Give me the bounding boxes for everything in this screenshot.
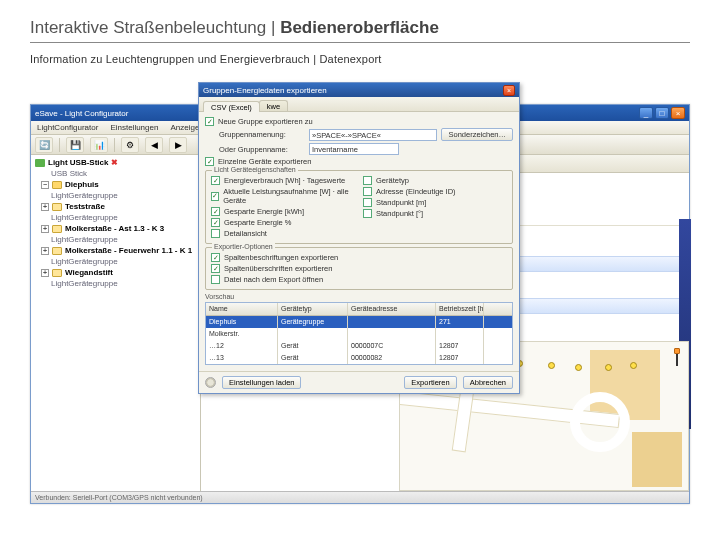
tree-label: Molkerstaße - Ast 1.3 - K 3 bbox=[65, 224, 164, 233]
dialog-titlebar[interactable]: Gruppen-Energiedaten exportieren × bbox=[199, 83, 519, 97]
status-bar: Verbunden: Seriell-Port (COM3/GPS nicht … bbox=[31, 491, 689, 503]
slide-title-bold: Bedieneroberfläche bbox=[280, 18, 439, 37]
expand-icon[interactable]: + bbox=[41, 269, 49, 277]
tree-group-type: LightGerätegruppe bbox=[35, 256, 196, 267]
export-button[interactable]: Exportieren bbox=[404, 376, 456, 389]
folder-icon bbox=[52, 225, 62, 233]
field-label: Gruppennamenung: bbox=[219, 130, 305, 139]
toolbar-separator bbox=[114, 138, 115, 152]
expand-icon[interactable]: + bbox=[41, 247, 49, 255]
checkbox[interactable] bbox=[211, 207, 220, 216]
checkbox[interactable] bbox=[211, 218, 220, 227]
load-settings-button[interactable]: Einstellungen laden bbox=[222, 376, 301, 389]
toolbar-separator bbox=[59, 138, 60, 152]
dialog-tab-kwe[interactable]: kwe bbox=[259, 100, 288, 111]
tree-group-type: LightGerätegruppe bbox=[35, 190, 196, 201]
dialog-close-icon[interactable]: × bbox=[503, 85, 515, 96]
dialog-footer: Einstellungen laden Exportieren Abbreche… bbox=[199, 371, 519, 393]
export-dialog: Gruppen-Energiedaten exportieren × CSV (… bbox=[198, 82, 520, 394]
checkbox[interactable] bbox=[211, 176, 220, 185]
tree-usb[interactable]: Light USB-Stick ✖ bbox=[35, 157, 196, 168]
collapse-icon[interactable]: − bbox=[41, 181, 49, 189]
menu-item[interactable]: LightConfigurator bbox=[37, 123, 98, 132]
gear-icon[interactable] bbox=[205, 377, 216, 388]
tree-group[interactable]: + Wiegandstift bbox=[35, 267, 196, 278]
checkbox[interactable] bbox=[205, 117, 214, 126]
checkbox-label: Gesparte Energie [kWh] bbox=[224, 207, 304, 216]
checkbox[interactable] bbox=[211, 192, 219, 201]
checkbox-label: Standpunkt [m] bbox=[376, 198, 426, 207]
checkbox[interactable] bbox=[363, 176, 372, 185]
col-header[interactable]: Gerätetyp bbox=[278, 303, 348, 315]
row-only-name: Oder Gruppenname: Inventarname bbox=[205, 142, 513, 156]
tree-label: Molkerstaße - Feuerwehr 1.1 - K 1 bbox=[65, 246, 192, 255]
usb-icon bbox=[35, 159, 45, 167]
slide-subtitle: Information zu Leuchtengruppen und Energ… bbox=[0, 53, 720, 75]
tree-group[interactable]: + Molkerstaße - Ast 1.3 - K 3 bbox=[35, 223, 196, 234]
cancel-button[interactable]: Abbrechen bbox=[463, 376, 513, 389]
checkbox-label: Datei nach dem Export öffnen bbox=[224, 275, 323, 284]
menu-item[interactable]: Anzeige bbox=[170, 123, 199, 132]
close-button[interactable]: × bbox=[671, 107, 685, 119]
tool-chart-icon[interactable]: 📊 bbox=[90, 137, 108, 153]
map-pin-icon[interactable] bbox=[674, 348, 680, 364]
checkbox[interactable] bbox=[363, 198, 372, 207]
col-header[interactable]: Betriebszeit [h] bbox=[436, 303, 484, 315]
fieldset-legend: Exportier-Optionen bbox=[212, 243, 275, 250]
table-row[interactable]: …13Gerät0000008212807 bbox=[206, 352, 512, 364]
tool-fwd-icon[interactable]: ▶ bbox=[169, 137, 187, 153]
field-label: Oder Gruppenname: bbox=[219, 145, 305, 154]
checkbox-label: Neue Gruppe exportieren zu bbox=[218, 117, 313, 126]
checkbox[interactable] bbox=[205, 157, 214, 166]
disconnect-icon[interactable]: ✖ bbox=[111, 158, 118, 167]
checkbox-label: Spaltenbeschriftungen exportieren bbox=[224, 253, 338, 262]
table-row[interactable]: Molkerstr. bbox=[206, 328, 512, 340]
group-name-input[interactable]: »SPACE«-»SPACE« bbox=[309, 129, 437, 141]
tool-back-icon[interactable]: ◀ bbox=[145, 137, 163, 153]
table-row[interactable]: …12Gerät0000007C12807 bbox=[206, 340, 512, 352]
tree-group[interactable]: + Teststraße bbox=[35, 201, 196, 212]
only-name-select[interactable]: Inventarname bbox=[309, 143, 399, 155]
checkbox[interactable] bbox=[363, 187, 372, 196]
checkbox-label: Standpunkt [°] bbox=[376, 209, 423, 218]
expand-icon[interactable]: + bbox=[41, 225, 49, 233]
tool-config-icon[interactable]: ⚙ bbox=[121, 137, 139, 153]
preview-label: Vorschau bbox=[205, 293, 513, 300]
checkbox[interactable] bbox=[363, 209, 372, 218]
expand-icon[interactable]: + bbox=[41, 203, 49, 211]
tree-group-type: LightGerätegruppe bbox=[35, 234, 196, 245]
tree-group[interactable]: + Molkerstaße - Feuerwehr 1.1 - K 1 bbox=[35, 245, 196, 256]
checkbox[interactable] bbox=[211, 275, 220, 284]
checkbox-label: Gerätetyp bbox=[376, 176, 409, 185]
slide-title: Interaktive Straßenbeleuchtung | Bediene… bbox=[0, 0, 720, 42]
col-header[interactable]: Geräteadresse bbox=[348, 303, 436, 315]
dialog-title: Gruppen-Energiedaten exportieren bbox=[203, 86, 503, 95]
table-row[interactable]: DiephuisGerätegruppe271 bbox=[206, 316, 512, 328]
tree-group[interactable]: − Diephuis bbox=[35, 179, 196, 190]
checkbox-label: Einzelne Geräte exportieren bbox=[218, 157, 311, 166]
tool-refresh-icon[interactable]: 🔄 bbox=[35, 137, 53, 153]
dialog-tab-csv[interactable]: CSV (Excel) bbox=[203, 101, 260, 112]
checkbox[interactable] bbox=[211, 253, 220, 262]
tree-label: Diephuis bbox=[65, 180, 99, 189]
tree-label: Wiegandstift bbox=[65, 268, 113, 277]
menu-item[interactable]: Einstellungen bbox=[110, 123, 158, 132]
sidebar-tree: Light USB-Stick ✖ USB Stick − Diephuis L… bbox=[31, 155, 201, 491]
fieldset-device-props: Licht Geräteeigenschaften Energieverbrau… bbox=[205, 170, 513, 244]
tool-save-icon[interactable]: 💾 bbox=[66, 137, 84, 153]
col-header[interactable]: Name bbox=[206, 303, 278, 315]
special-chars-button[interactable]: Sonderzeichen… bbox=[441, 128, 513, 141]
tree-label: Light USB-Stick bbox=[48, 158, 108, 167]
row-export-group: Neue Gruppe exportieren zu bbox=[205, 116, 513, 127]
checkbox-label: Gesparte Energie % bbox=[224, 218, 292, 227]
fieldset-legend: Licht Geräteeigenschaften bbox=[212, 166, 298, 173]
maximize-button[interactable]: □ bbox=[655, 107, 669, 119]
checkbox-label: Aktuelle Leistungsaufnahme [W] · alle Ge… bbox=[223, 187, 355, 205]
checkbox-label: Detailansicht bbox=[224, 229, 267, 238]
slide-title-prefix: Interaktive Straßenbeleuchtung | bbox=[30, 18, 280, 37]
checkbox[interactable] bbox=[211, 264, 220, 273]
tree-usb-sub: USB Stick bbox=[35, 168, 196, 179]
checkbox[interactable] bbox=[211, 229, 220, 238]
folder-icon bbox=[52, 269, 62, 277]
minimize-button[interactable]: _ bbox=[639, 107, 653, 119]
